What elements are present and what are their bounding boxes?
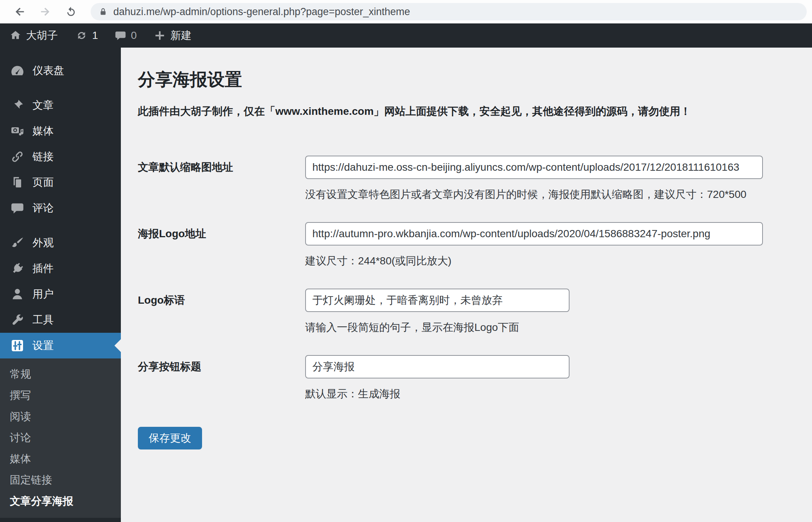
comments-bubble-icon — [10, 201, 25, 216]
new-label: 新建 — [170, 28, 191, 43]
settings-form: 文章默认缩略图地址 没有设置文章特色图片或者文章内没有图片的时候，海报使用默认缩… — [138, 156, 812, 449]
comment-count: 0 — [131, 29, 137, 42]
sidebar-item-label: 媒体 — [32, 124, 54, 138]
sidebar-item-label: 外观 — [32, 236, 54, 250]
sidebar-item-tools[interactable]: 工具 — [0, 307, 121, 333]
submenu-item-permalinks[interactable]: 固定链接 — [0, 469, 121, 491]
media-camera-icon — [10, 124, 25, 139]
sidebar-item-media[interactable]: 媒体 — [0, 118, 121, 144]
adminbar-comments[interactable]: 0 — [114, 29, 137, 42]
field-label: Logo标语 — [138, 289, 305, 335]
sidebar-item-dashboard[interactable]: 仪表盘 — [0, 58, 121, 83]
field-help: 默认显示：生成海报 — [305, 387, 570, 401]
save-changes-button[interactable]: 保存更改 — [138, 427, 202, 449]
admin-sidebar-menu: 仪表盘 文章 媒体 链接 页面 评论 外观 — [0, 48, 121, 522]
field-help: 建议尺寸：244*80(或同比放大) — [305, 254, 763, 268]
sidebar-item-links[interactable]: 链接 — [0, 144, 121, 170]
field-label: 海报Logo地址 — [138, 222, 305, 268]
sidebar-item-posts[interactable]: 文章 — [0, 93, 121, 118]
sidebar-item-label: 仪表盘 — [32, 63, 64, 78]
sidebar-item-users[interactable]: 用户 — [0, 281, 121, 307]
sidebar-item-label: 用户 — [32, 287, 54, 301]
posts-pin-icon — [10, 98, 25, 113]
browser-reload-button[interactable] — [63, 3, 79, 20]
form-row-share-button-title: 分享按钮标题 默认显示：生成海报 — [138, 355, 812, 401]
browser-forward-button[interactable] — [37, 3, 54, 20]
url-text: dahuzi.me/wp-admin/options-general.php?p… — [113, 6, 410, 18]
poster-logo-url-input[interactable] — [305, 222, 763, 246]
sidebar-item-label: 文章 — [32, 98, 54, 113]
links-chain-icon — [10, 149, 25, 164]
page-title: 分享海报设置 — [138, 68, 812, 91]
reload-icon — [65, 5, 77, 18]
form-row-poster-logo: 海报Logo地址 建议尺寸：244*80(或同比放大) — [138, 222, 812, 268]
submenu-item-discussion[interactable]: 讨论 — [0, 427, 121, 448]
tools-wrench-icon — [10, 312, 25, 327]
form-row-logo-slogan: Logo标语 请输入一段简短的句子，显示在海报Logo下面 — [138, 289, 812, 335]
sidebar-item-label: 页面 — [32, 175, 54, 190]
submenu-item-media[interactable]: 媒体 — [0, 448, 121, 469]
wp-admin-bar: 大胡子 1 0 新建 — [0, 23, 812, 48]
share-button-title-input[interactable] — [305, 355, 570, 378]
appearance-brush-icon — [10, 235, 25, 250]
plugin-notice: 此插件由大胡子制作，仅在「www.xintheme.com」网站上面提供下载，安… — [138, 104, 812, 119]
adminbar-site-menu[interactable]: 大胡子 — [9, 28, 58, 43]
sidebar-item-label: 设置 — [32, 338, 54, 353]
sidebar-item-plugins[interactable]: 插件 — [0, 256, 121, 281]
field-help: 没有设置文章特色图片或者文章内没有图片的时候，海报使用默认缩略图，建议尺寸：72… — [305, 187, 763, 202]
field-label: 分享按钮标题 — [138, 355, 305, 401]
adminbar-new-content[interactable]: 新建 — [153, 28, 191, 43]
sidebar-item-appearance[interactable]: 外观 — [0, 230, 121, 256]
adminbar-updates[interactable]: 1 — [75, 29, 98, 42]
submenu-item-writing[interactable]: 撰写 — [0, 385, 121, 406]
browser-back-button[interactable] — [11, 3, 28, 20]
plugins-plug-icon — [10, 261, 25, 276]
default-thumbnail-url-input[interactable] — [305, 156, 763, 179]
back-arrow-icon — [13, 5, 26, 18]
site-name: 大胡子 — [26, 28, 58, 43]
sidebar-item-label: 工具 — [32, 313, 54, 327]
sidebar-item-label: 插件 — [32, 261, 54, 276]
field-help: 请输入一段简短的句子，显示在海报Logo下面 — [305, 320, 570, 335]
update-icon — [75, 29, 88, 42]
plus-icon — [153, 29, 166, 42]
browser-toolbar: dahuzi.me/wp-admin/options-general.php?p… — [0, 0, 812, 23]
submenu-item-reading[interactable]: 阅读 — [0, 406, 121, 427]
sidebar-item-label: 链接 — [32, 150, 54, 164]
settings-page: 分享海报设置 此插件由大胡子制作，仅在「www.xintheme.com」网站上… — [121, 48, 812, 522]
sidebar-item-label: 评论 — [32, 201, 54, 215]
update-count: 1 — [92, 29, 98, 42]
form-row-default-thumbnail: 文章默认缩略图地址 没有设置文章特色图片或者文章内没有图片的时候，海报使用默认缩… — [138, 156, 812, 202]
submenu-item-general[interactable]: 常规 — [0, 364, 121, 385]
field-label: 文章默认缩略图地址 — [138, 156, 305, 202]
users-person-icon — [10, 287, 25, 302]
forward-arrow-icon — [39, 5, 52, 18]
comment-bubble-icon — [114, 29, 127, 42]
submenu-item-share-poster[interactable]: 文章分享海报 — [0, 491, 121, 512]
lock-icon — [98, 7, 108, 17]
sidebar-item-settings[interactable]: 设置 — [0, 333, 121, 358]
address-bar[interactable]: dahuzi.me/wp-admin/options-general.php?p… — [91, 3, 807, 20]
dashboard-icon — [10, 63, 25, 78]
sidebar-item-comments[interactable]: 评论 — [0, 195, 121, 221]
settings-sliders-icon — [10, 338, 25, 353]
settings-submenu: 常规 撰写 阅读 讨论 媒体 固定链接 文章分享海报 — [0, 358, 121, 518]
logo-slogan-input[interactable] — [305, 289, 570, 312]
pages-icon — [10, 175, 25, 190]
sidebar-item-pages[interactable]: 页面 — [0, 170, 121, 195]
home-icon — [9, 29, 22, 42]
